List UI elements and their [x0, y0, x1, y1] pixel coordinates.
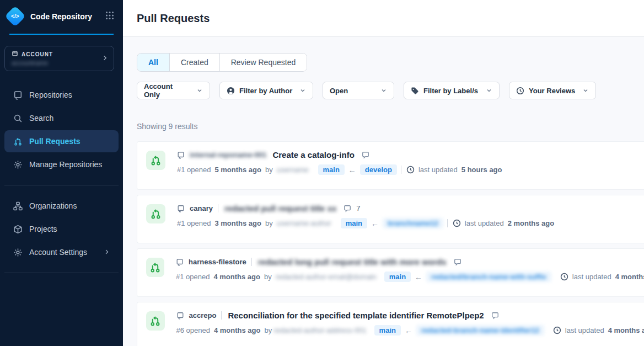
target-branch-badge[interactable]: main: [384, 272, 411, 282]
label-filter-dropdown[interactable]: Filter by Label/s: [404, 82, 500, 99]
page-header: Pull Requests: [123, 0, 644, 37]
source-branch-badge[interactable]: branchname12: [383, 218, 443, 228]
scope-filter-dropdown[interactable]: Account Only: [137, 82, 210, 99]
last-updated-ago: 4 months ago: [615, 273, 644, 281]
separator: [401, 166, 401, 174]
search-icon: [13, 114, 23, 123]
target-branch-badge[interactable]: main: [341, 218, 367, 228]
pull-request-row[interactable]: canary redacted pull request title xx 7 …: [137, 195, 644, 243]
app-window: </> Code Repository ACCOUNT: [0, 0, 644, 346]
repo-name[interactable]: internal-reponame-001: [190, 151, 266, 159]
comment-icon: [454, 258, 461, 266]
module-grid-icon[interactable]: [105, 11, 114, 22]
pr-scope-tabs: All Created Review Requested: [137, 53, 307, 72]
sidebar-item-label: Repositories: [29, 91, 72, 99]
sidebar-item-label: Manage Repositories: [29, 160, 102, 169]
pull-request-list: internal-reponame-001 Create a catalog-i…: [137, 141, 644, 346]
repository-icon: [177, 205, 185, 212]
sidebar-item-account-settings[interactable]: Account Settings: [4, 241, 119, 263]
pr-title[interactable]: Create a catalog-info: [272, 150, 354, 159]
pr-number-opened: #1 opened: [177, 219, 211, 227]
source-branch-badge[interactable]: redacted-branch-name-identifier12: [416, 325, 544, 336]
repo-name[interactable]: harness-filestore: [189, 258, 246, 266]
cube-icon: [13, 225, 23, 234]
pr-title[interactable]: redacted pull request title xx: [224, 204, 336, 213]
separator: [447, 219, 448, 227]
sidebar-divider: [4, 185, 119, 185]
results-summary: Showing 9 results: [137, 122, 644, 131]
pr-opened-ago: 4 months ago: [213, 273, 260, 281]
sidebar-item-projects[interactable]: Projects: [4, 218, 119, 240]
separator: [221, 311, 222, 320]
by-label: by: [264, 326, 272, 334]
brand-underline: [9, 34, 114, 35]
user-icon: [227, 87, 235, 95]
tag-icon: [411, 87, 419, 95]
chevron-down-icon: [196, 87, 203, 94]
last-updated-clock-icon: [406, 166, 415, 174]
target-branch-badge[interactable]: main: [318, 164, 345, 175]
last-updated-clock-icon: [553, 326, 561, 334]
sidebar-item-pull-requests[interactable]: Pull Requests: [4, 130, 119, 152]
scope-filter-label: Account Only: [144, 82, 190, 99]
state-filter-dropdown[interactable]: Open: [323, 82, 394, 99]
sidebar-item-label: Account Settings: [29, 248, 87, 257]
sidebar-item-label: Projects: [29, 225, 57, 233]
tab-review-requested[interactable]: Review Requested: [219, 54, 307, 71]
sidebar-item-organizations[interactable]: Organizations: [4, 195, 119, 217]
pull-request-open-icon: [146, 311, 165, 331]
pull-request-icon: [13, 137, 23, 146]
sidebar: </> Code Repository ACCOUNT: [0, 0, 123, 346]
chevron-down-icon: [299, 87, 306, 94]
account-label: ACCOUNT: [22, 51, 53, 57]
logo-glyph: </>: [11, 13, 19, 19]
pull-request-open-icon: [146, 258, 164, 277]
comment-icon: [491, 312, 499, 320]
tab-created[interactable]: Created: [169, 54, 219, 71]
pull-request-row[interactable]: harness-filestore redacted long pull req…: [137, 248, 644, 297]
author-filter-label: Filter by Author: [239, 87, 293, 95]
page-title: Pull Requests: [137, 12, 210, 25]
sidebar-item-label: Pull Requests: [29, 137, 80, 146]
pr-author: redacted-author-email@domain: [276, 273, 377, 281]
last-updated-label: last updated: [465, 219, 504, 227]
by-label: by: [264, 273, 272, 281]
repository-icon: [176, 258, 184, 266]
pull-request-row[interactable]: internal-reponame-001 Create a catalog-i…: [137, 141, 644, 190]
merge-arrow-icon: ←: [415, 273, 422, 281]
account-scope-selector[interactable]: ACCOUNT accountname: [4, 46, 114, 71]
pr-number-opened: #1 opened: [176, 273, 210, 281]
account-badge-icon: [12, 50, 18, 58]
repo-name[interactable]: accrepo: [189, 311, 217, 320]
pr-opened-ago: 4 months ago: [214, 326, 261, 334]
pr-title[interactable]: Reconciliation for the specified templat…: [228, 311, 484, 320]
state-filter-value: Open: [330, 87, 374, 95]
sidebar-nav: Repositories Search Pull Requests: [0, 83, 123, 282]
pr-title[interactable]: redacted long pull request title with mo…: [258, 257, 447, 267]
pr-author: username-author: [277, 219, 331, 227]
repository-icon: [176, 312, 184, 320]
repository-icon: [13, 91, 23, 100]
sidebar-item-repositories[interactable]: Repositories: [4, 84, 119, 106]
your-reviews-filter-dropdown[interactable]: Your Reviews: [509, 82, 596, 99]
pull-request-row[interactable]: accrepo Reconciliation for the specified…: [137, 302, 644, 346]
your-reviews-filter-label: Your Reviews: [529, 87, 576, 95]
comment-icon: [344, 205, 351, 212]
comment-icon: [362, 151, 369, 159]
brand-row: </> Code Repository: [0, 0, 123, 31]
target-branch-badge[interactable]: main: [374, 325, 401, 336]
clock-icon: [516, 87, 524, 95]
sidebar-item-label: Search: [29, 114, 53, 123]
code-repository-logo-icon: </>: [4, 6, 25, 26]
sidebar-item-search[interactable]: Search: [4, 107, 119, 129]
tab-all[interactable]: All: [137, 54, 169, 71]
last-updated-label: last updated: [565, 326, 604, 334]
sidebar-item-manage-repositories[interactable]: Manage Repositories: [4, 153, 119, 175]
last-updated-ago: 5 hours ago: [461, 166, 502, 174]
separator: [251, 258, 252, 266]
source-branch-badge[interactable]: redacted/branch-name-with-suffix: [426, 272, 551, 282]
pull-request-open-icon: [146, 204, 165, 223]
source-branch-badge[interactable]: develop: [360, 164, 397, 175]
author-filter-dropdown[interactable]: Filter by Author: [219, 82, 313, 99]
repo-name[interactable]: canary: [190, 204, 213, 212]
